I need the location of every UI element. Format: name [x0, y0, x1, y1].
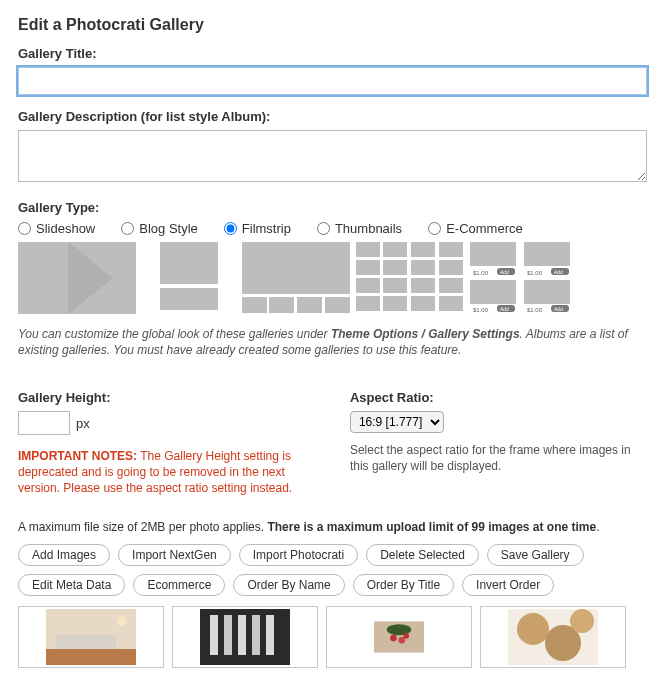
- edit-meta-data-button[interactable]: Edit Meta Data: [18, 574, 125, 596]
- delete-selected-button[interactable]: Delete Selected: [366, 544, 479, 566]
- import-nextgen-button[interactable]: Import NextGen: [118, 544, 231, 566]
- add-images-button[interactable]: Add Images: [18, 544, 110, 566]
- svg-rect-29: [524, 242, 570, 266]
- aspect-ratio-label: Aspect Ratio:: [350, 390, 647, 405]
- blogstyle-preview-icon: [142, 242, 236, 314]
- customize-note: You can customize the global look of the…: [18, 326, 647, 358]
- gallery-title-input[interactable]: [18, 67, 647, 95]
- svg-rect-20: [439, 278, 463, 293]
- gallery-type-blogstyle-radio[interactable]: [121, 222, 134, 235]
- gallery-type-slideshow-radio[interactable]: [18, 222, 31, 235]
- gallery-type-label: Gallery Type:: [18, 200, 647, 215]
- svg-rect-12: [439, 242, 463, 257]
- photo-icon: [374, 609, 424, 665]
- page-title: Edit a Photocrati Gallery: [18, 16, 647, 34]
- svg-text:Add: Add: [554, 306, 563, 312]
- svg-point-55: [403, 633, 409, 639]
- gallery-description-label: Gallery Description (for list style Albu…: [18, 109, 647, 124]
- svg-rect-7: [297, 297, 322, 313]
- svg-rect-5: [242, 297, 267, 313]
- thumbnails-preview-icon: [356, 242, 464, 314]
- gallery-thumbnail[interactable]: [172, 606, 318, 668]
- svg-text:$1.00: $1.00: [473, 307, 489, 313]
- svg-text:Add: Add: [500, 306, 509, 312]
- gallery-type-slideshow[interactable]: Slideshow: [18, 221, 95, 236]
- svg-rect-15: [411, 260, 435, 275]
- svg-rect-47: [224, 615, 232, 655]
- svg-point-44: [117, 616, 127, 626]
- gallery-type-slideshow-label: Slideshow: [36, 221, 95, 236]
- import-photocrati-button[interactable]: Import Photocrati: [239, 544, 358, 566]
- order-by-name-button[interactable]: Order By Name: [233, 574, 344, 596]
- svg-rect-42: [46, 649, 136, 665]
- svg-rect-13: [356, 260, 380, 275]
- gallery-type-filmstrip[interactable]: Filmstrip: [224, 221, 291, 236]
- svg-rect-43: [56, 635, 116, 649]
- svg-rect-17: [356, 278, 380, 293]
- photo-icon: [200, 609, 290, 665]
- invert-order-button[interactable]: Invert Order: [462, 574, 554, 596]
- svg-rect-10: [383, 242, 407, 257]
- svg-text:$1.00: $1.00: [527, 270, 543, 276]
- gallery-thumbnail[interactable]: [480, 606, 626, 668]
- gallery-type-ecommerce-radio[interactable]: [428, 222, 441, 235]
- gallery-type-filmstrip-radio[interactable]: [224, 222, 237, 235]
- svg-rect-2: [160, 242, 218, 284]
- slideshow-preview-icon: [18, 242, 136, 314]
- svg-rect-33: [470, 280, 516, 304]
- save-gallery-button[interactable]: Save Gallery: [487, 544, 584, 566]
- svg-rect-25: [470, 242, 516, 266]
- svg-point-57: [517, 613, 549, 645]
- ecommerce-button[interactable]: Ecommerce: [133, 574, 225, 596]
- order-by-title-button[interactable]: Order By Title: [353, 574, 454, 596]
- svg-rect-46: [210, 615, 218, 655]
- svg-rect-11: [411, 242, 435, 257]
- gallery-type-thumbnails-label: Thumbnails: [335, 221, 402, 236]
- gallery-thumbnail[interactable]: [326, 606, 472, 668]
- svg-rect-48: [238, 615, 246, 655]
- aspect-ratio-helper: Select the aspect ratio for the frame wh…: [350, 443, 647, 474]
- gallery-height-input[interactable]: [18, 411, 70, 435]
- upload-limit-note: A maximum file size of 2MB per photo app…: [18, 520, 647, 534]
- svg-point-54: [398, 637, 405, 644]
- gallery-thumbnail[interactable]: [18, 606, 164, 668]
- photo-icon: [508, 609, 598, 665]
- svg-text:Add: Add: [500, 269, 509, 275]
- svg-rect-50: [266, 615, 274, 655]
- gallery-type-thumbnails[interactable]: Thumbnails: [317, 221, 402, 236]
- ecommerce-preview-icon: $1.00 Add $1.00 Add $1.00 Add $1.00 Add: [470, 242, 588, 314]
- gallery-type-filmstrip-label: Filmstrip: [242, 221, 291, 236]
- svg-rect-9: [356, 242, 380, 257]
- svg-rect-21: [356, 296, 380, 311]
- photo-icon: [46, 609, 136, 665]
- svg-rect-8: [325, 297, 350, 313]
- svg-point-59: [570, 609, 594, 633]
- gallery-title-label: Gallery Title:: [18, 46, 647, 61]
- svg-text:$1.00: $1.00: [473, 270, 489, 276]
- aspect-ratio-select[interactable]: 16:9 [1.777]: [350, 411, 444, 433]
- svg-point-53: [390, 635, 397, 642]
- action-buttons-row1: Add Images Import NextGen Import Photocr…: [18, 544, 647, 566]
- filmstrip-preview-icon: [242, 242, 350, 314]
- gallery-description-textarea[interactable]: [18, 130, 647, 182]
- svg-rect-4: [242, 242, 350, 294]
- svg-rect-18: [383, 278, 407, 293]
- gallery-height-suffix: px: [76, 416, 90, 431]
- svg-rect-24: [439, 296, 463, 311]
- svg-rect-23: [411, 296, 435, 311]
- svg-rect-16: [439, 260, 463, 275]
- gallery-type-thumbnails-radio[interactable]: [317, 222, 330, 235]
- gallery-height-label: Gallery Height:: [18, 390, 320, 405]
- svg-rect-6: [269, 297, 294, 313]
- svg-rect-49: [252, 615, 260, 655]
- svg-rect-37: [524, 280, 570, 304]
- gallery-type-blogstyle[interactable]: Blog Style: [121, 221, 198, 236]
- height-deprecated-warning: IMPORTANT NOTES: The Gallery Height sett…: [18, 449, 320, 496]
- svg-text:Add: Add: [554, 269, 563, 275]
- svg-rect-14: [383, 260, 407, 275]
- svg-rect-19: [411, 278, 435, 293]
- svg-text:$1.00: $1.00: [527, 307, 543, 313]
- gallery-type-ecommerce[interactable]: E-Commerce: [428, 221, 523, 236]
- action-buttons-row2: Edit Meta Data Ecommerce Order By Name O…: [18, 574, 647, 596]
- gallery-type-blogstyle-label: Blog Style: [139, 221, 198, 236]
